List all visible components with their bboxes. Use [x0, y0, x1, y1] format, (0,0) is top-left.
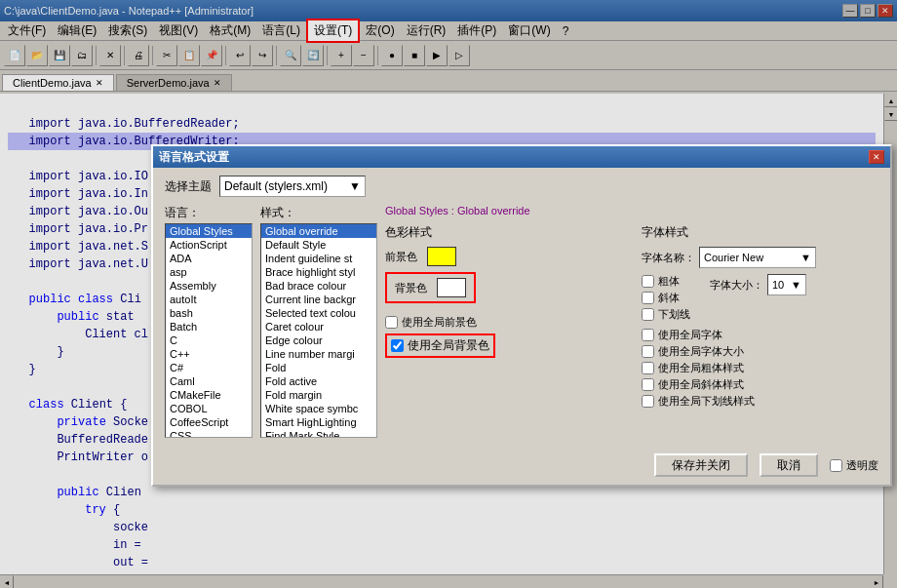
language-format-dialog: 语言格式设置 ✕ 选择主题 Default (stylers.xml) ▼ 语言… — [151, 144, 892, 487]
use-global-fg-row: 使用全局前景色 — [385, 315, 622, 330]
use-global-font-size-row: 使用全局字体大小 — [642, 344, 878, 359]
lang-item-batch[interactable]: Batch — [166, 320, 252, 333]
dialog-footer: 保存并关闭 取消 透明度 — [153, 446, 890, 485]
use-global-italic-checkbox[interactable] — [642, 378, 654, 391]
use-global-font-size-checkbox[interactable] — [642, 345, 654, 358]
lang-item-autoit[interactable]: autoIt — [166, 293, 252, 306]
lang-item-actionscript[interactable]: ActionScript — [166, 238, 252, 252]
style-item-bad-brace[interactable]: Bad brace colour — [261, 279, 376, 293]
style-item-find-mark[interactable]: Find Mark Style — [261, 429, 376, 438]
theme-select-value: Default (stylers.xml) — [224, 179, 328, 193]
theme-dropdown-icon: ▼ — [349, 179, 361, 193]
foreground-label: 前景色 — [385, 250, 419, 264]
dialog-title-text: 语言格式设置 — [159, 149, 229, 166]
color-section-title: 色彩样式 — [385, 224, 622, 241]
lang-item-bash[interactable]: bash — [166, 306, 252, 320]
lang-item-assembly[interactable]: Assembly — [166, 279, 252, 293]
italic-checkbox[interactable] — [642, 292, 654, 304]
style-item-fold-active[interactable]: Fold active — [261, 374, 376, 388]
style-item-global-override[interactable]: Global override — [261, 224, 376, 238]
dialog-close-button[interactable]: ✕ — [869, 150, 884, 164]
style-item-fold-margin[interactable]: Fold margin — [261, 388, 376, 402]
right-panel: Global Styles : Global override 色彩样式 前景色 — [385, 205, 878, 438]
style-item-line-num[interactable]: Line number margi — [261, 347, 376, 361]
dialog-title-bar: 语言格式设置 ✕ — [153, 146, 890, 168]
style-item-fold[interactable]: Fold — [261, 361, 376, 374]
use-global-bold-label: 使用全局粗体样式 — [658, 361, 744, 375]
save-close-button[interactable]: 保存并关闭 — [654, 453, 748, 477]
underline-row: 下划线 — [642, 307, 690, 322]
use-global-fg-checkbox[interactable] — [385, 316, 398, 329]
foreground-color-swatch[interactable] — [427, 247, 456, 266]
underline-checkbox[interactable] — [642, 308, 654, 321]
lang-item-ada[interactable]: ADA — [166, 252, 252, 265]
font-size-row: 字体大小： 10 ▼ — [710, 274, 806, 295]
lang-item-asp[interactable]: asp — [166, 265, 252, 279]
background-color-row: 背景色 — [385, 272, 476, 303]
font-size-dropdown-icon: ▼ — [791, 279, 801, 291]
lang-item-cmake[interactable]: CMakeFile — [166, 388, 252, 402]
language-list[interactable]: Global Styles ActionScript ADA asp Assem… — [165, 223, 253, 438]
font-section: 字体样式 字体名称： Courier New ▼ — [642, 224, 878, 409]
font-style-row: 粗体 斜体 下划线 — [642, 274, 878, 322]
theme-select[interactable]: Default (stylers.xml) ▼ — [219, 176, 366, 197]
style-panel-label: 样式： — [260, 205, 377, 221]
font-size-col: 字体大小： 10 ▼ — [710, 274, 806, 322]
style-item-selected-text[interactable]: Selected text colou — [261, 306, 376, 320]
foreground-color-row: 前景色 — [385, 247, 622, 266]
lang-item-cpp[interactable]: C++ — [166, 347, 252, 361]
font-dropdown-icon: ▼ — [800, 252, 811, 263]
lang-item-coffeescript[interactable]: CoffeeScript — [166, 415, 252, 429]
underline-label: 下划线 — [658, 307, 690, 322]
bold-row: 粗体 — [642, 274, 690, 289]
style-item-caret[interactable]: Caret colour — [261, 320, 376, 333]
style-item-indent[interactable]: Indent guideline st — [261, 252, 376, 265]
use-global-bg-row: 使用全局背景色 — [385, 333, 495, 358]
style-item-default[interactable]: Default Style — [261, 238, 376, 252]
use-global-font-section: 使用全局字体 使用全局字体大小 使用全局粗体样式 — [642, 328, 878, 409]
font-name-row: 字体名称： Courier New ▼ — [642, 247, 878, 268]
cancel-button[interactable]: 取消 — [760, 453, 818, 477]
use-global-bg-checkbox[interactable] — [391, 339, 404, 352]
use-global-italic-label: 使用全局斜体样式 — [658, 377, 744, 392]
use-global-underline-label: 使用全局下划线样式 — [658, 394, 755, 409]
lang-item-cobol[interactable]: COBOL — [166, 402, 252, 415]
font-size-value: 10 — [772, 279, 784, 291]
style-item-smart-highlight[interactable]: Smart HighLighting — [261, 415, 376, 429]
lang-item-css[interactable]: CSS — [166, 429, 252, 438]
style-item-edge[interactable]: Edge colour — [261, 333, 376, 347]
style-panel: 样式： Global override Default Style Indent… — [260, 205, 377, 438]
use-global-font-label: 使用全局字体 — [658, 328, 722, 342]
font-size-select[interactable]: 10 ▼ — [767, 274, 806, 295]
info-label: Global Styles : Global override — [385, 205, 878, 216]
style-list[interactable]: Global override Default Style Indent gui… — [260, 223, 377, 438]
use-global-font-checkbox[interactable] — [642, 329, 654, 341]
font-name-select[interactable]: Courier New ▼ — [699, 247, 816, 268]
transparency-row: 透明度 — [830, 458, 878, 473]
background-color-swatch[interactable] — [437, 278, 466, 297]
language-panel-label: 语言： — [165, 205, 253, 221]
use-global-color-section: 使用全局前景色 使用全局背景色 — [385, 315, 622, 358]
background-label: 背景色 — [395, 281, 429, 295]
style-item-whitespace[interactable]: White space symbc — [261, 402, 376, 415]
theme-label: 选择主题 — [165, 178, 212, 195]
lang-item-c[interactable]: C — [166, 333, 252, 347]
bold-checkbox[interactable] — [642, 275, 654, 288]
use-global-bold-checkbox[interactable] — [642, 362, 654, 374]
font-name-value: Courier New — [704, 252, 763, 263]
italic-label: 斜体 — [658, 291, 680, 305]
font-name-label: 字体名称： — [642, 251, 695, 265]
font-style-checkboxes: 粗体 斜体 下划线 — [642, 274, 690, 322]
use-global-bold-row: 使用全局粗体样式 — [642, 361, 878, 375]
italic-row: 斜体 — [642, 291, 690, 305]
transparency-checkbox[interactable] — [830, 459, 842, 472]
use-global-font-size-label: 使用全局字体大小 — [658, 344, 744, 359]
lang-item-global-styles[interactable]: Global Styles — [166, 224, 252, 238]
style-item-brace-highlight[interactable]: Brace highlight styl — [261, 265, 376, 279]
use-global-underline-checkbox[interactable] — [642, 395, 654, 408]
lang-item-caml[interactable]: Caml — [166, 374, 252, 388]
style-item-current-line[interactable]: Current line backgr — [261, 293, 376, 306]
use-global-italic-row: 使用全局斜体样式 — [642, 377, 878, 392]
lang-item-csharp[interactable]: C# — [166, 361, 252, 374]
dialog-body: 选择主题 Default (stylers.xml) ▼ 语言： Global … — [153, 168, 890, 446]
